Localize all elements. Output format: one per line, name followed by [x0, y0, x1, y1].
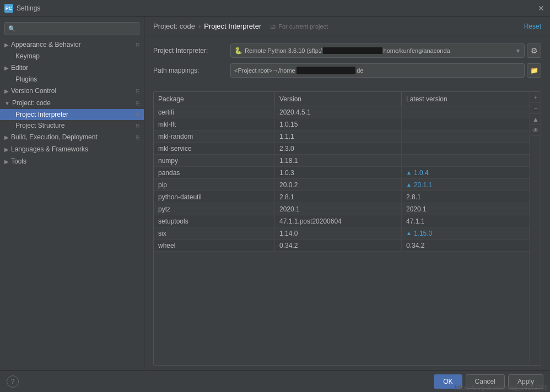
table-row[interactable]: setuptools47.1.1.post2020060447.1.1: [154, 215, 541, 227]
interpreter-text: Remote Python 3.6.10 (sftp:/ home/kunfen…: [245, 47, 513, 54]
python-icon: 🐍: [234, 47, 242, 55]
table-row[interactable]: mkl-fft1.0.15: [154, 118, 541, 130]
td-package: pandas: [154, 167, 275, 178]
td-version: 1.18.1: [275, 155, 402, 166]
folder-button[interactable]: 📁: [527, 63, 541, 78]
sidebar-item-project-structure[interactable]: Project Structure ⎘: [0, 120, 144, 131]
arrow-icon: ▼: [4, 100, 10, 106]
td-latest: 0.34.2: [402, 239, 541, 251]
copy-icon: ⎘: [136, 123, 139, 129]
path-label: Path mappings:: [153, 67, 230, 74]
td-version: 2.3.0: [275, 143, 402, 154]
td-package: mkl-random: [154, 130, 275, 142]
td-version: 1.14.0: [275, 227, 402, 239]
table-row[interactable]: numpy1.18.1: [154, 155, 541, 167]
arrow-icon: ▶: [4, 159, 9, 165]
sidebar-item-version-control[interactable]: ▶ Version Control ⎘: [0, 85, 144, 97]
scroll-up-button[interactable]: ▲: [530, 114, 541, 125]
sidebar-item-tools[interactable]: ▶ Tools: [0, 155, 144, 167]
sidebar-item-plugins[interactable]: Plugins: [0, 74, 144, 85]
table-row[interactable]: pandas1.0.3▲1.0.4: [154, 167, 541, 179]
td-package: pip: [154, 179, 275, 190]
copy-icon: ⎘: [136, 134, 139, 140]
td-latest: ▲1.15.0: [402, 227, 541, 239]
interpreter-label: Project Interpreter:: [153, 47, 230, 55]
chevron-down-icon: ▼: [515, 48, 521, 54]
td-version: 20.0.2: [275, 179, 402, 190]
sidebar-item-editor[interactable]: ▶ Editor: [0, 62, 144, 74]
td-package: pytz: [154, 203, 275, 215]
sidebar-item-label: Keymap: [15, 52, 40, 60]
arrow-icon: ▶: [4, 146, 9, 153]
eye-button[interactable]: 👁: [530, 125, 541, 136]
path-blacked: [296, 67, 356, 74]
sidebar-item-keymap[interactable]: Keymap: [0, 51, 144, 62]
td-latest: ▲1.0.4: [402, 167, 541, 178]
add-package-button[interactable]: +: [530, 92, 541, 103]
td-package: numpy: [154, 155, 275, 166]
sidebar-item-project-code[interactable]: ▼ Project: code ⎘: [0, 97, 144, 109]
breadcrumb: Project: code › Project Interpreter 🗂 Fo…: [144, 17, 550, 36]
sidebar-item-project-interpreter[interactable]: Project Interpreter ⎘: [0, 109, 144, 120]
table-row[interactable]: six1.14.0▲1.15.0: [154, 227, 541, 239]
sidebar-item-label: Editor: [11, 64, 28, 72]
interpreter-settings-button[interactable]: ⚙: [527, 43, 541, 58]
td-package: mkl-service: [154, 143, 275, 154]
copy-icon: ⎘: [136, 42, 139, 48]
th-package: Package: [154, 92, 275, 106]
td-latest: [402, 118, 541, 130]
arrow-icon: ▶: [4, 88, 9, 94]
upgrade-version: 1.0.4: [414, 169, 429, 177]
arrow-icon: ▶: [4, 65, 9, 71]
td-version: 2020.1: [275, 203, 402, 215]
table-row[interactable]: python-dateutil2.8.12.8.1: [154, 191, 541, 203]
help-button[interactable]: ?: [7, 375, 19, 388]
remove-package-button[interactable]: −: [530, 103, 541, 114]
table-row[interactable]: mkl-random1.1.1: [154, 130, 541, 143]
search-box[interactable]: 🔍: [4, 22, 139, 35]
table-row[interactable]: pytz2020.12020.1: [154, 203, 541, 215]
breadcrumb-meta: 🗂 For current project: [270, 23, 328, 30]
table-body: certifi2020.4.5.1mkl-fft1.0.15mkl-random…: [154, 106, 541, 365]
upgrade-arrow-icon: ▲: [406, 182, 412, 188]
td-version: 1.0.3: [275, 167, 402, 178]
table-row[interactable]: wheel0.34.20.34.2: [154, 239, 541, 252]
content-area: Project: code › Project Interpreter 🗂 Fo…: [144, 17, 550, 370]
td-latest: 2.8.1: [402, 191, 541, 203]
sidebar-item-appearance[interactable]: ▶ Appearance & Behavior ⎘: [0, 39, 144, 51]
path-mappings-row: Path mappings: <Project root>→/home de 📁: [153, 63, 541, 78]
close-button[interactable]: ✕: [537, 4, 546, 13]
sidebar-item-build[interactable]: ▶ Build, Execution, Deployment ⎘: [0, 131, 144, 143]
breadcrumb-current: Project Interpreter: [204, 22, 261, 30]
reset-button[interactable]: Reset: [524, 23, 541, 30]
copy-icon: ⎘: [136, 88, 139, 94]
interpreter-dropdown[interactable]: 🐍 Remote Python 3.6.10 (sftp:/ home/kunf…: [230, 43, 525, 58]
td-latest: [402, 143, 541, 154]
td-version: 2.8.1: [275, 191, 402, 203]
table-row[interactable]: pip20.0.2▲20.1.1: [154, 179, 541, 191]
search-icon: 🔍: [8, 25, 16, 32]
sidebar-item-label: Project Interpreter: [15, 111, 68, 118]
td-latest: [402, 130, 541, 142]
path-field[interactable]: <Project root>→/home de: [230, 63, 525, 78]
upgrade-version: 1.15.0: [414, 230, 432, 237]
project-icon: 🗂: [270, 23, 276, 30]
watermark: https://blog.csdn.net/qq_38163755: [455, 384, 548, 391]
td-version: 47.1.1.post20200604: [275, 215, 402, 227]
upgrade-version: 20.1.1: [414, 181, 432, 189]
gear-icon: ⚙: [531, 46, 538, 55]
interpreter-row: Project Interpreter: 🐍 Remote Python 3.6…: [153, 43, 541, 58]
search-input[interactable]: [18, 25, 136, 32]
sidebar-item-languages[interactable]: ▶ Languages & Frameworks: [0, 143, 144, 155]
copy-icon: ⎘: [136, 112, 139, 118]
breadcrumb-parent: Project: code: [153, 22, 195, 30]
td-package: python-dateutil: [154, 191, 275, 203]
table-row[interactable]: mkl-service2.3.0: [154, 143, 541, 155]
title-bar: PC Settings ✕: [0, 0, 550, 17]
td-version: 1.0.15: [275, 118, 402, 130]
upgrade-arrow-icon: ▲: [406, 230, 412, 236]
table-row[interactable]: certifi2020.4.5.1: [154, 106, 541, 118]
breadcrumb-separator: ›: [198, 22, 201, 30]
td-package: certifi: [154, 106, 275, 118]
table-header: Package Version Latest version: [154, 92, 541, 106]
